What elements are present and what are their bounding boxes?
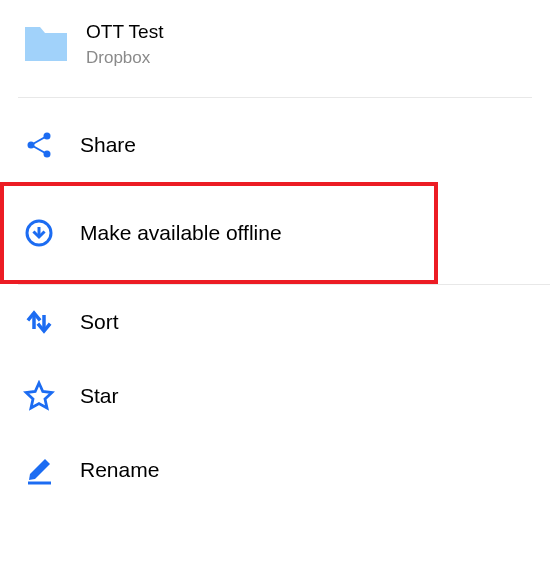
share-icon xyxy=(22,128,56,162)
svg-line-3 xyxy=(31,136,47,145)
file-header: OTT Test Dropbox xyxy=(0,0,550,97)
sort-icon xyxy=(22,305,56,339)
file-location: Dropbox xyxy=(86,47,163,69)
download-circle-icon xyxy=(22,216,56,250)
star-icon xyxy=(22,379,56,413)
context-menu: Share Make available offline Sort xyxy=(0,98,550,507)
sort-button[interactable]: Sort xyxy=(0,285,550,359)
header-text: OTT Test Dropbox xyxy=(86,20,163,69)
highlight-box: Make available offline xyxy=(0,182,438,284)
menu-label: Star xyxy=(80,384,119,408)
file-title: OTT Test xyxy=(86,20,163,45)
menu-label: Sort xyxy=(80,310,119,334)
folder-icon xyxy=(22,20,70,68)
svg-line-4 xyxy=(31,145,47,154)
menu-label: Make available offline xyxy=(80,221,282,245)
make-offline-button[interactable]: Make available offline xyxy=(4,186,434,280)
menu-label: Share xyxy=(80,133,136,157)
share-button[interactable]: Share xyxy=(0,108,550,182)
rename-button[interactable]: Rename xyxy=(0,433,550,507)
pencil-icon xyxy=(22,453,56,487)
star-button[interactable]: Star xyxy=(0,359,550,433)
menu-label: Rename xyxy=(80,458,159,482)
